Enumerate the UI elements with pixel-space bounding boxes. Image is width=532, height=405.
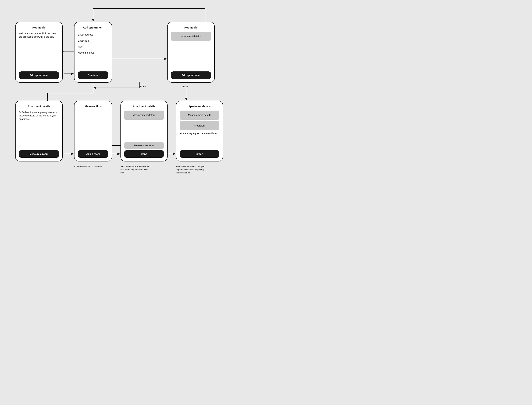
roometric-details-card: Roometric Apartment details Add appartme… [167,22,215,83]
apt-details-2-caption: Measured rooms are shown as little cards… [121,165,151,174]
export-button[interactable]: Export [180,150,219,158]
measure-another-button[interactable]: Measure another [124,142,164,149]
back-label-2: Back [182,85,188,88]
apartment-details-card-2: Apartment details Measurement details Me… [121,101,168,162]
add-appartment-button-2[interactable]: Add appartment [171,71,211,79]
done-button[interactable]: Done [124,150,164,158]
roometric-welcome-title: Roometric [19,26,59,29]
apartment-details-card-1: Apartment details To find out if you are… [15,101,63,162]
measure-flow-card: Measure flow Add a room [74,101,112,162]
continue-button[interactable]: Continue [78,71,108,79]
apt-details-3-title: Apartment details [180,105,219,108]
floorplan-box: Floorplan [180,121,219,130]
add-appartment-body: Enter address Enter size Rent Moving in … [78,32,108,69]
apartment-details-box-1: Apartment details [171,32,211,41]
apt-details-2-body: Measurement details [124,111,164,140]
roometric-details-title: Roometric [171,26,211,29]
apt-details-3-caption: Here we show the full floor plan togethe… [176,165,206,174]
apartment-details-card-3: Apartment details Measurement details Fl… [176,101,223,162]
measure-flow-title: Measure flow [78,105,108,108]
add-appartment-button-1[interactable]: Add appartment [19,71,59,79]
field-rent: Rent [78,44,108,50]
roometric-welcome-body: Welcome message and info text how the ap… [19,32,59,69]
measure-flow-body [78,111,108,148]
field-moving-date: Moving in date [78,50,108,56]
paying-too-much-info: You are paying too much rent info [180,132,219,135]
measure-a-room-button[interactable]: Measure a room [19,150,59,158]
measure-flow-caption: At the end ask for room name [74,165,102,168]
add-appartment-card: Add appartment Enter address Enter size … [74,22,112,83]
roometric-welcome-card: Roometric Welcome message and info text … [15,22,63,83]
apt-details-1-body: To find out if you are paying too much, … [19,111,59,148]
apt-details-2-title: Apartment details [124,105,164,108]
roometric-details-body: Apartment details [171,32,211,69]
measurement-details-box-2: Measurement details [124,111,164,120]
add-appartment-title: Add appartment [78,26,108,29]
measurement-details-box-3: Measurement details [180,111,219,120]
back-label-1: Back [140,85,146,88]
field-address: Enter address [78,32,108,38]
apt-details-1-title: Apartment details [19,105,59,108]
apt-details-3-body: Measurement details Floorplan You are pa… [180,111,219,148]
field-size: Enter size [78,38,108,44]
add-a-room-button[interactable]: Add a room [78,150,108,158]
